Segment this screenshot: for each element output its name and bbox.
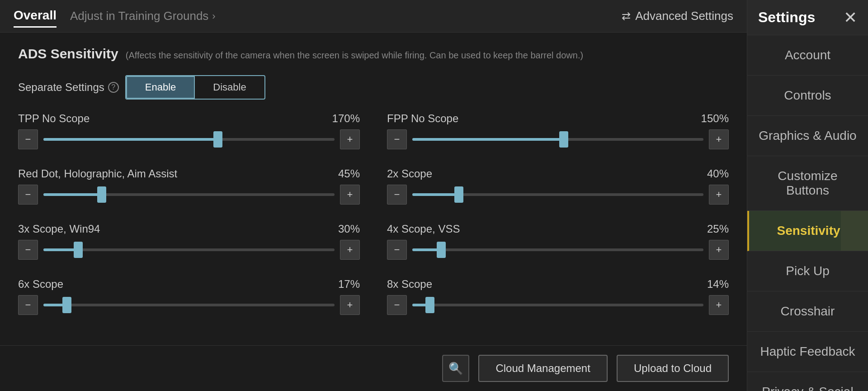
slider-label-1: FPP No Scope bbox=[387, 112, 458, 125]
slider-value-1: 150% bbox=[701, 112, 729, 125]
slider-plus-4[interactable]: + bbox=[340, 240, 360, 260]
slider-item: 2x Scope 40% − + bbox=[387, 167, 729, 205]
slider-controls-4: − + bbox=[18, 240, 360, 260]
sidebar-item-account[interactable]: Account bbox=[747, 35, 868, 76]
slider-item: Red Dot, Holographic, Aim Assist 45% − + bbox=[18, 167, 360, 205]
slider-thumb-1[interactable] bbox=[559, 131, 568, 148]
slider-value-0: 170% bbox=[332, 112, 360, 125]
sidebar-item-privacy---social[interactable]: Privacy & Social bbox=[747, 372, 868, 391]
bottom-bar: 🔍 Cloud Management Upload to Cloud bbox=[0, 345, 747, 391]
slider-plus-3[interactable]: + bbox=[709, 185, 729, 205]
slider-thumb-5[interactable] bbox=[437, 242, 446, 258]
close-button[interactable]: ✕ bbox=[844, 10, 857, 26]
sidebar: Settings ✕ AccountControlsGraphics & Aud… bbox=[747, 0, 868, 391]
slider-header-7: 8x Scope 14% bbox=[387, 278, 729, 291]
sidebar-item-crosshair[interactable]: Crosshair bbox=[747, 291, 868, 332]
chevron-icon: › bbox=[212, 10, 215, 22]
slider-header-0: TPP No Scope 170% bbox=[18, 112, 360, 125]
slider-fill-2 bbox=[43, 193, 102, 196]
slider-label-2: Red Dot, Holographic, Aim Assist bbox=[18, 167, 177, 180]
slider-controls-7: − + bbox=[387, 295, 729, 315]
slider-fill-0 bbox=[43, 138, 218, 141]
toggle-group: Enable Disable bbox=[125, 75, 265, 100]
slider-track-7[interactable] bbox=[412, 304, 703, 306]
slider-controls-6: − + bbox=[18, 295, 360, 315]
slider-controls-0: − + bbox=[18, 129, 360, 149]
search-button[interactable]: 🔍 bbox=[442, 355, 469, 382]
sidebar-item-customize-buttons[interactable]: Customize Buttons bbox=[747, 156, 868, 211]
slider-item: TPP No Scope 170% − + bbox=[18, 112, 360, 149]
slider-thumb-0[interactable] bbox=[213, 131, 222, 148]
search-icon: 🔍 bbox=[448, 362, 463, 376]
slider-controls-2: − + bbox=[18, 185, 360, 205]
slider-minus-0[interactable]: − bbox=[18, 129, 38, 149]
swap-icon: ⇄ bbox=[622, 10, 631, 23]
slider-header-4: 3x Scope, Win94 30% bbox=[18, 223, 360, 235]
tab-training[interactable]: Adjust in Training Grounds › bbox=[70, 9, 216, 23]
separate-settings-label: Separate Settings ? bbox=[18, 81, 119, 94]
sidebar-item-pick-up[interactable]: Pick Up bbox=[747, 251, 868, 291]
slider-controls-5: − + bbox=[387, 240, 729, 260]
slider-track-5[interactable] bbox=[412, 248, 703, 251]
slider-minus-7[interactable]: − bbox=[387, 295, 407, 315]
enable-button[interactable]: Enable bbox=[126, 76, 195, 99]
section-header: ADS Sensitivity (Affects the sensitivity… bbox=[18, 46, 729, 62]
slider-item: 3x Scope, Win94 30% − + bbox=[18, 223, 360, 260]
settings-header: Settings ✕ bbox=[747, 0, 868, 35]
slider-plus-6[interactable]: + bbox=[340, 295, 360, 315]
slider-label-4: 3x Scope, Win94 bbox=[18, 223, 100, 235]
slider-thumb-4[interactable] bbox=[74, 242, 83, 258]
sidebar-item-sensitivity[interactable]: Sensitivity bbox=[747, 211, 868, 251]
main-content: Overall Adjust in Training Grounds › ⇄ A… bbox=[0, 0, 747, 391]
slider-header-6: 6x Scope 17% bbox=[18, 278, 360, 291]
slider-minus-3[interactable]: − bbox=[387, 185, 407, 205]
slider-header-5: 4x Scope, VSS 25% bbox=[387, 223, 729, 235]
slider-value-3: 40% bbox=[707, 167, 729, 180]
slider-track-3[interactable] bbox=[412, 193, 703, 196]
slider-minus-6[interactable]: − bbox=[18, 295, 38, 315]
slider-thumb-2[interactable] bbox=[97, 186, 106, 203]
sidebar-item-graphics---audio[interactable]: Graphics & Audio bbox=[747, 116, 868, 156]
slider-minus-2[interactable]: − bbox=[18, 185, 38, 205]
slider-plus-1[interactable]: + bbox=[709, 129, 729, 149]
sidebar-item-haptic-feedback[interactable]: Haptic Feedback bbox=[747, 332, 868, 372]
slider-item: FPP No Scope 150% − + bbox=[387, 112, 729, 149]
slider-track-6[interactable] bbox=[43, 304, 335, 306]
upload-to-cloud-button[interactable]: Upload to Cloud bbox=[617, 355, 729, 382]
slider-item: 4x Scope, VSS 25% − + bbox=[387, 223, 729, 260]
sidebar-item-controls[interactable]: Controls bbox=[747, 76, 868, 116]
slider-thumb-7[interactable] bbox=[425, 297, 434, 313]
disable-button[interactable]: Disable bbox=[195, 76, 264, 99]
slider-value-2: 45% bbox=[338, 167, 360, 180]
cloud-management-button[interactable]: Cloud Management bbox=[478, 355, 607, 382]
sidebar-nav: AccountControlsGraphics & AudioCustomize… bbox=[747, 35, 868, 391]
slider-thumb-3[interactable] bbox=[454, 186, 463, 203]
slider-header-3: 2x Scope 40% bbox=[387, 167, 729, 180]
slider-track-0[interactable] bbox=[43, 138, 335, 141]
info-icon[interactable]: ? bbox=[108, 82, 119, 93]
slider-plus-7[interactable]: + bbox=[709, 295, 729, 315]
slider-value-5: 25% bbox=[707, 223, 729, 235]
slider-thumb-6[interactable] bbox=[62, 297, 71, 313]
top-nav: Overall Adjust in Training Grounds › ⇄ A… bbox=[0, 0, 747, 33]
advanced-settings-button[interactable]: ⇄ Advanced Settings bbox=[622, 9, 733, 23]
slider-value-6: 17% bbox=[338, 278, 360, 291]
slider-label-5: 4x Scope, VSS bbox=[387, 223, 460, 235]
slider-plus-2[interactable]: + bbox=[340, 185, 360, 205]
slider-minus-5[interactable]: − bbox=[387, 240, 407, 260]
slider-track-4[interactable] bbox=[43, 248, 335, 251]
section-title: ADS Sensitivity bbox=[18, 46, 118, 62]
slider-minus-1[interactable]: − bbox=[387, 129, 407, 149]
slider-track-1[interactable] bbox=[412, 138, 703, 141]
slider-value-4: 30% bbox=[338, 223, 360, 235]
slider-plus-0[interactable]: + bbox=[340, 129, 360, 149]
slider-fill-1 bbox=[412, 138, 564, 141]
slider-label-6: 6x Scope bbox=[18, 278, 63, 291]
slider-track-2[interactable] bbox=[43, 193, 335, 196]
slider-plus-5[interactable]: + bbox=[709, 240, 729, 260]
slider-item: 8x Scope 14% − + bbox=[387, 278, 729, 315]
slider-label-7: 8x Scope bbox=[387, 278, 432, 291]
slider-minus-4[interactable]: − bbox=[18, 240, 38, 260]
slider-controls-1: − + bbox=[387, 129, 729, 149]
tab-overall[interactable]: Overall bbox=[14, 5, 57, 28]
